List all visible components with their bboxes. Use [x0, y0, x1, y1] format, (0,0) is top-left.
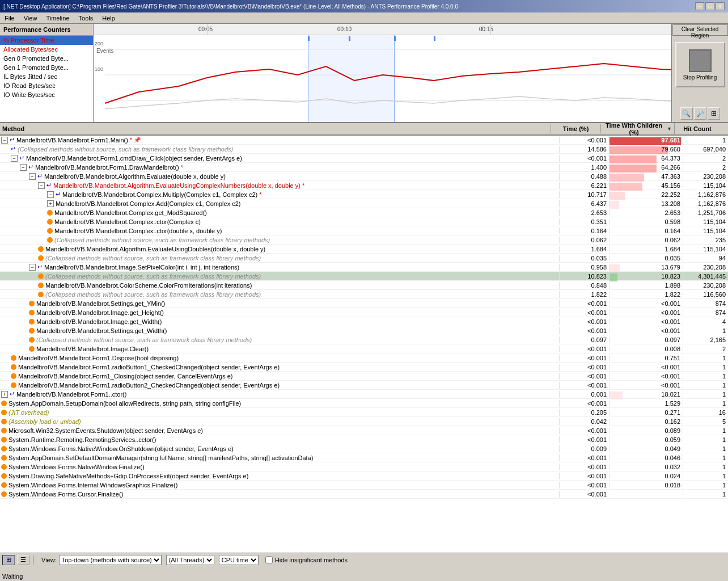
collapse-button[interactable]: −: [47, 191, 54, 198]
stop-icon: [689, 49, 712, 72]
table-row[interactable]: − ↵ MandelbrotVB.Mandelbrot.Complex.Mult…: [0, 190, 728, 199]
table-row[interactable]: MandelbrotVB.Mandelbrot.Algorithm.Evalua…: [0, 245, 728, 254]
table-row[interactable]: ↵ (Collapsed methods without source, suc…: [0, 145, 728, 154]
close-button[interactable]: ×: [716, 2, 725, 10]
minimize-button[interactable]: −: [695, 2, 704, 10]
table-row[interactable]: (Collapsed methods without source, such …: [0, 272, 728, 281]
table-row[interactable]: − ↵ MandelbrotVB.Mandelbrot.Form1.DrawMa…: [0, 163, 728, 172]
clear-selected-region-button[interactable]: Clear Selected Region: [672, 24, 728, 36]
view-menu[interactable]: View: [22, 14, 40, 22]
method-name: MandelbrotVB.Mandelbrot.Form1.Dispose(bo…: [18, 355, 179, 361]
table-row[interactable]: System.AppDomain.SetDefaultDomainManager…: [0, 453, 728, 462]
svg-rect-6: [434, 36, 435, 41]
expand-button[interactable]: +: [1, 391, 8, 398]
time-with-children-column-header[interactable]: Time With Children (%) ▼: [601, 123, 675, 137]
collapse-button[interactable]: −: [20, 164, 27, 171]
method-name: MandelbrotVB.Mandelbrot.Complex..ctor(Co…: [54, 218, 201, 225]
chart-area[interactable]: 00:05 00:10 00:15 Events 200 100: [94, 24, 671, 122]
perf-item-gen1[interactable]: Gen 1 Promoted Byte...: [0, 63, 93, 72]
maximize-button[interactable]: □: [705, 2, 714, 10]
collapse-button[interactable]: −: [11, 155, 18, 162]
table-row[interactable]: − ↵ MandelbrotVB.Mandelbrot.Algorithm.Ev…: [0, 181, 728, 190]
time-column-header[interactable]: Time (%): [551, 124, 601, 133]
method-name: MandelbrotVB.Mandelbrot.Form1..ctor(): [16, 391, 126, 398]
twc-cell: 0.751: [609, 355, 683, 361]
chart-options-button[interactable]: ⊞: [708, 107, 720, 120]
table-row[interactable]: (Collapsed methods without source, such …: [0, 290, 728, 299]
table-row[interactable]: MandelbrotVB.Mandelbrot.Form1.radioButto…: [0, 363, 728, 372]
table-row[interactable]: System.Runtime.Remoting.RemotingServices…: [0, 435, 728, 444]
table-row[interactable]: MandelbrotVB.Mandelbrot.Image.get_Width(…: [0, 317, 728, 326]
hit-cell: 4: [683, 318, 728, 325]
table-row[interactable]: System.Windows.Forms.NativeWindow.OnShut…: [0, 444, 728, 453]
table-row[interactable]: MandelbrotVB.Mandelbrot.Complex..ctor(Co…: [0, 217, 728, 226]
perf-item-il[interactable]: IL Bytes Jitted / sec: [0, 72, 93, 81]
table-row[interactable]: System.Windows.Forms.Internal.WindowsGra…: [0, 481, 728, 490]
window-controls[interactable]: − □ ×: [695, 2, 725, 10]
method-cell: MandelbrotVB.Mandelbrot.Form1.radioButto…: [0, 382, 559, 389]
table-row[interactable]: + MandelbrotVB.Mandelbrot.Complex.Add(Co…: [0, 199, 728, 208]
table-row[interactable]: (Collapsed methods without source, such …: [0, 335, 728, 344]
time-cell: 0.164: [559, 228, 609, 234]
table-row[interactable]: − ↵ MandelbrotVB.Mandelbrot.Image.SetPix…: [0, 263, 728, 272]
table-row[interactable]: (Collapsed methods without source, such …: [0, 254, 728, 263]
help-menu[interactable]: Help: [100, 14, 117, 22]
table-row[interactable]: − ↵ MandelbrotVB.Mandelbrot.Algorithm.Ev…: [0, 172, 728, 181]
table-row[interactable]: − ↵ MandelbrotVB.Mandelbrot.Form1.cmdDra…: [0, 154, 728, 163]
method-name: MandelbrotVB.Mandelbrot.Algorithm.Evalua…: [53, 182, 300, 189]
table-row[interactable]: MandelbrotVB.Mandelbrot.Settings.get_YMi…: [0, 299, 728, 308]
stop-profiling-button[interactable]: Stop Profiling: [675, 42, 725, 87]
table-row[interactable]: MandelbrotVB.Mandelbrot.Form1.Dispose(bo…: [0, 353, 728, 363]
collapse-button[interactable]: −: [38, 182, 45, 189]
method-cell: MandelbrotVB.Mandelbrot.Form1.Dispose(bo…: [0, 355, 559, 361]
tools-menu[interactable]: Tools: [77, 14, 96, 22]
table-row[interactable]: MandelbrotVB.Mandelbrot.Form1_Closing(ob…: [0, 372, 728, 381]
list-view-button[interactable]: ☰: [17, 555, 29, 565]
table-row[interactable]: (Collapsed methods without source, such …: [0, 235, 728, 245]
table-row[interactable]: MandelbrotVB.Mandelbrot.Complex.get_ModS…: [0, 208, 728, 217]
collapse-button[interactable]: −: [29, 173, 36, 180]
metric-select[interactable]: CPU time: [219, 555, 259, 565]
table-row[interactable]: MandelbrotVB.Mandelbrot.Form1.radioButto…: [0, 381, 728, 390]
table-row[interactable]: Microsoft.Win32.SystemEvents.Shutdown(ob…: [0, 426, 728, 435]
table-row[interactable]: System.Windows.Forms.Cursor.Finalize() <…: [0, 490, 728, 499]
timeline-menu[interactable]: Timeline: [44, 14, 71, 22]
method-cell: System.AppDomain.SetDefaultDomainManager…: [0, 454, 559, 461]
collapse-button[interactable]: −: [1, 137, 8, 144]
table-row[interactable]: MandelbrotVB.Mandelbrot.ColorScheme.Colo…: [0, 281, 728, 290]
method-column-header[interactable]: Method: [0, 124, 551, 133]
perf-item-iowrite[interactable]: IO Write Bytes/sec: [0, 90, 93, 99]
chart-canvas[interactable]: Events 200 100: [94, 35, 671, 122]
table-row[interactable]: − ↵ MandelbrotVB.Mandelbrot.Form1.Main()…: [0, 136, 728, 145]
methods-table[interactable]: − ↵ MandelbrotVB.Mandelbrot.Form1.Main()…: [0, 136, 728, 553]
perf-item-gen0[interactable]: Gen 0 Promoted Byte...: [0, 54, 93, 63]
table-row[interactable]: System.AppDomain.SetupDomain(bool allowR…: [0, 399, 728, 408]
collapse-button[interactable]: −: [29, 264, 36, 271]
table-row[interactable]: System.Windows.Forms.NativeWindow.Finali…: [0, 462, 728, 471]
file-menu[interactable]: File: [2, 14, 17, 22]
perf-item-ioread[interactable]: IO Read Bytes/sec: [0, 81, 93, 90]
zoom-in-button[interactable]: 🔍: [680, 107, 693, 120]
hit-count-column-header[interactable]: Hit Count: [675, 124, 720, 133]
performance-counters-header: Performance Counters: [0, 24, 93, 36]
view-select[interactable]: Top-down (methods with source): [59, 555, 162, 565]
table-row[interactable]: + ↵ MandelbrotVB.Mandelbrot.Form1..ctor(…: [0, 390, 728, 399]
method-name: MandelbrotVB.Mandelbrot.Complex..ctor(do…: [54, 228, 222, 234]
table-row[interactable]: (Assembly load or unload) 0.042 0.162 5: [0, 417, 728, 426]
table-row[interactable]: (JIT overhead) 0.205 0.271 16: [0, 408, 728, 417]
hide-insignificant-checkbox[interactable]: [265, 556, 273, 563]
hit-cell: 874: [683, 309, 728, 316]
perf-item-allocated[interactable]: Allocated Bytes/sec: [0, 45, 93, 54]
table-row[interactable]: MandelbrotVB.Mandelbrot.Complex..ctor(do…: [0, 226, 728, 235]
method-cell: MandelbrotVB.Mandelbrot.Image.Clear(): [0, 346, 559, 352]
table-row[interactable]: System.Drawing.SafeNativeMethods+Gdip.On…: [0, 471, 728, 481]
table-row[interactable]: MandelbrotVB.Mandelbrot.Settings.get_Wid…: [0, 326, 728, 335]
method-cell: System.Runtime.Remoting.RemotingServices…: [0, 436, 559, 443]
tree-view-button[interactable]: ⊞: [2, 555, 15, 565]
table-row[interactable]: MandelbrotVB.Mandelbrot.Image.get_Height…: [0, 308, 728, 317]
expand-button[interactable]: +: [47, 200, 54, 207]
perf-item-processor[interactable]: % Processor Time: [0, 36, 93, 45]
table-row[interactable]: MandelbrotVB.Mandelbrot.Image.Clear() <0…: [0, 344, 728, 353]
thread-select[interactable]: (All Threads): [166, 555, 214, 565]
zoom-out-button[interactable]: 🔎: [694, 107, 706, 120]
